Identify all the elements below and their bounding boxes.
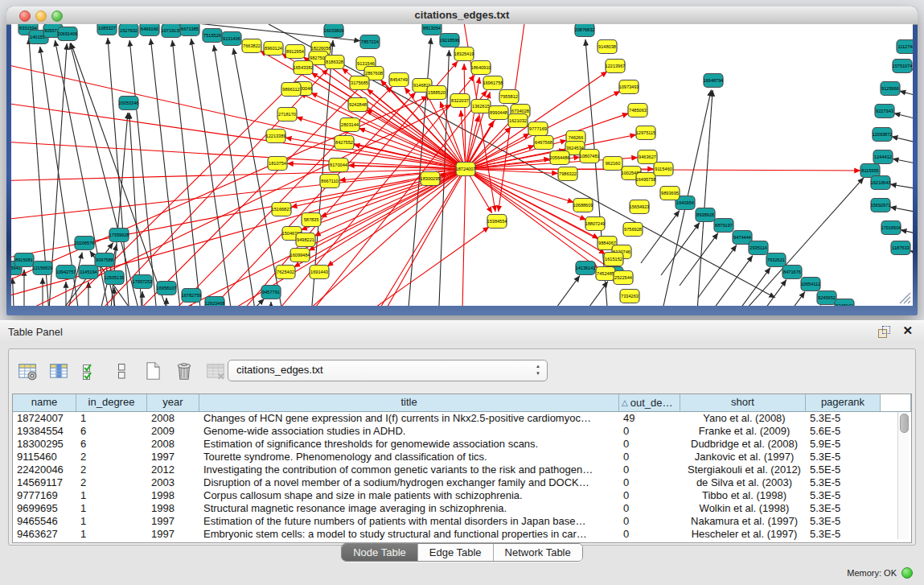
column-header-in-degree[interactable]: in_degree [76,394,147,411]
graph-node[interactable]: 1112744 [897,40,913,54]
graph-node[interactable]: 16958107 [157,282,177,295]
graph-node[interactable]: 17957253 [133,275,153,289]
graph-node[interactable]: 9457791 [261,286,281,299]
graph-node[interactable]: 8912954 [285,45,305,59]
column-header-title[interactable]: title [199,394,619,411]
graph-node[interactable]: 7334263 [620,290,639,303]
graph-node[interactable]: 8186328 [325,56,344,69]
resize-grip[interactable] [895,288,911,304]
delete-trash-button[interactable] [172,359,196,383]
graph-node[interactable]: 1621032 [508,114,528,128]
new-document-button[interactable] [141,359,165,383]
graph-node[interactable]: 9245042 [835,299,854,307]
graph-node[interactable]: 7857224 [360,35,380,49]
vertical-scrollbar[interactable] [897,412,909,539]
graph-node[interactable]: 7452485 [596,267,615,281]
graph-node[interactable]: 16782759 [182,289,202,303]
graph-node[interactable]: 9227343 [875,105,894,118]
graph-node[interactable]: 9148038 [598,40,617,54]
graph-node[interactable]: 17016504 [881,221,901,235]
table-row[interactable]: 1872400712008Changes of HCN gene express… [13,412,911,425]
graph-node[interactable]: 20876832 [575,24,595,37]
graph-node[interactable]: 2803144 [340,118,359,132]
graph-node[interactable]: 12093872 [873,128,893,142]
graph-node[interactable]: 16210643 [871,176,891,190]
graph-node[interactable]: 8938928 [696,208,715,222]
graph-node[interactable]: 15751074 [893,60,913,73]
graph-node[interactable]: 9463627 [638,150,657,164]
window-titlebar[interactable]: citations_edges.txt [6,6,918,25]
table-row[interactable]: 1938455462009Genome-wide association stu… [13,425,911,438]
graph-node[interactable]: 12505135 [105,271,125,285]
network-selector-dropdown[interactable]: citations_edges.txt ▲▼ [228,360,548,381]
graph-node[interactable]: 2935114 [749,241,768,255]
graph-node[interactable]: 18325419 [454,47,474,61]
tab-node-table[interactable]: Node Table [342,544,418,561]
column-header-out-de-[interactable]: △out_de… [619,394,680,411]
graph-node[interactable]: 20691406 [58,27,78,41]
graph-node[interactable]: 20206576 [75,237,95,250]
graph-node[interactable]: 7663822 [242,39,261,53]
table-options-button[interactable] [15,359,39,383]
table-row[interactable]: 1456911722003Disruption of a novel membe… [13,476,911,489]
graph-node[interactable]: 1615152 [604,253,623,266]
graph-node[interactable]: 7485063 [628,104,647,117]
graph-node[interactable]: 1810754 [268,157,287,171]
close-icon[interactable]: ✕ [902,323,913,338]
graph-node[interactable]: 12213389 [266,130,286,143]
graph-node[interactable]: 6671385 [180,24,199,36]
table-row[interactable]: 2242004622012Investigating the contribut… [13,463,911,476]
graph-node[interactable]: 7955812 [499,90,519,104]
graph-node[interactable]: 9756928 [623,223,643,237]
float-window-icon[interactable] [878,326,890,338]
graph-node[interactable]: 8454749 [389,73,409,87]
graph-node[interactable]: 18300295 [421,172,441,186]
graph-node[interactable]: 6466160 [140,24,159,36]
column-header-year[interactable]: year [147,394,199,411]
graph-node[interactable]: 16033809 [324,24,344,38]
scrollbar-thumb[interactable] [900,414,909,433]
graph-node[interactable]: 15384554 [487,215,507,229]
graph-node[interactable]: 9777169 [528,122,548,136]
graph-node[interactable]: 10654112 [801,278,820,291]
delete-table-disabled-button[interactable] [203,359,228,383]
graph-node[interactable]: 7625402 [276,266,295,279]
graph-node[interactable]: 9129966 [881,82,900,96]
graph-node[interactable]: 12213967 [606,60,626,73]
graph-node[interactable]: 19218596 [440,34,460,47]
graph-node[interactable]: 6879197 [714,219,733,233]
graph-node[interactable]: 2522544 [614,271,633,285]
graph-node[interactable]: 9474444 [733,231,752,245]
graph-node[interactable]: 1527602 [119,24,138,38]
graph-node[interactable]: 15654923 [630,200,650,214]
column-header-name[interactable]: name [13,394,76,411]
graph-node[interactable]: 1588520 [427,86,446,100]
network-canvas[interactable]: 8331594140155790557242069140610853271527… [11,24,913,306]
graph-node[interactable]: 9097588 [95,253,114,267]
graph-node[interactable]: 9245652 [817,291,836,305]
graph-node[interactable]: 1691443 [310,266,329,279]
graph-node[interactable]: 18640910 [471,61,491,75]
graph-node[interactable]: 7632621 [766,253,786,267]
graph-node[interactable]: 12975115 [636,126,655,140]
graph-node[interactable]: 20053346 [119,97,139,110]
graph-node[interactable]: 7515526 [203,29,222,43]
clear-selection-button[interactable] [109,359,133,383]
graph-node[interactable]: 2718170 [277,108,297,122]
graph-node[interactable]: 12156829 [33,262,53,275]
graph-node[interactable]: 3175685 [350,76,369,90]
graph-node[interactable]: 18807249 [585,217,606,231]
graph-node[interactable]: 6497568 [534,136,553,150]
table-row[interactable]: 969969511998Structural magnetic resonanc… [13,502,911,515]
show-columns-button[interactable] [47,359,71,383]
graph-node[interactable]: 1145194 [79,266,98,279]
graph-node[interactable]: 15166827 [272,203,292,216]
graph-node[interactable]: 15692971 [871,199,891,212]
graph-node[interactable]: 14136141 [576,262,596,275]
graph-node[interactable]: 1085327 [97,24,117,35]
table-row[interactable]: 946362711997Embryonic stem cells: a mode… [13,528,911,541]
column-header-pagerank[interactable]: pagerank [806,394,881,411]
graph-node[interactable]: 10688609 [573,199,593,212]
table-row[interactable]: 911546021997Tourette syndrome. Phenomeno… [13,451,911,463]
graph-node[interactable]: 16495758 [636,173,656,187]
